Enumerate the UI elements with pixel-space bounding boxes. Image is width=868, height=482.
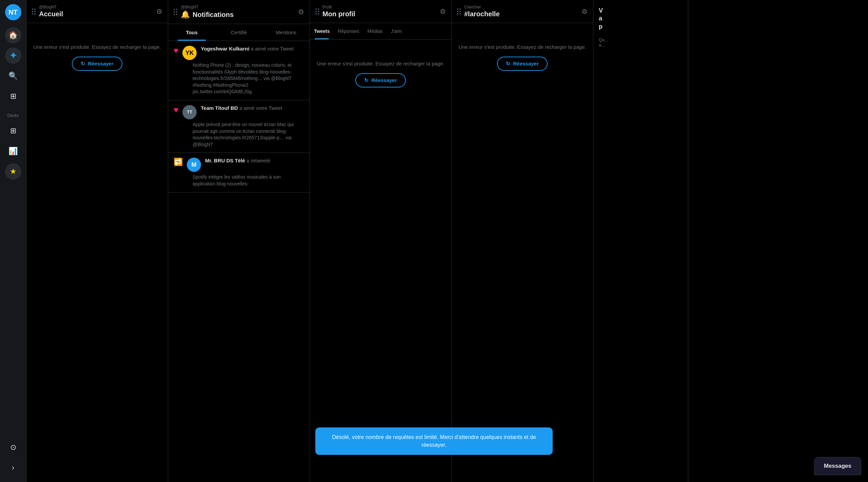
profile-column-header: Profil Mon profil ⚙: [310, 0, 451, 23]
search-account: Chercher: [464, 5, 581, 9]
home-title: Accueil: [39, 10, 156, 18]
notifications-header-info: @BlogNT 🔔 Notifications: [181, 5, 298, 19]
notif-item-2[interactable]: ♥ TT Team Titouf BD a aimé votre Tweet A…: [168, 100, 310, 153]
search-drag-handle[interactable]: [457, 8, 461, 15]
home-retry-icon: ↻: [81, 61, 85, 67]
notif-text-1: Yogeshwar Kulkarni a aimé votre Tweet: [201, 46, 294, 52]
notif-name-3: Mr. BRU DS Télé: [205, 158, 246, 163]
retweet-icon-3: 🔁: [174, 158, 183, 166]
profile-header-info: Profil Mon profil: [322, 5, 440, 18]
home-settings-icon[interactable]: ⚙: [156, 7, 162, 16]
notif-header-3: 🔁 M Mr. BRU DS Télé a retweeté: [174, 158, 304, 172]
notif-action-3: a retweeté: [246, 158, 270, 163]
notif-item-3[interactable]: 🔁 M Mr. BRU DS Télé a retweeté Spotify i…: [168, 153, 310, 192]
partial-column: Vap Qu...a...: [593, 0, 688, 482]
notif-action-1: a aimé votre Tweet: [251, 46, 294, 52]
star-icon[interactable]: ★: [5, 163, 21, 180]
home-drag-handle[interactable]: [32, 8, 36, 15]
notifications-settings-icon[interactable]: ⚙: [298, 8, 304, 16]
tab-medias[interactable]: Médias: [363, 23, 387, 39]
profile-column: Profil Mon profil ⚙ Tweets Réponses Médi…: [310, 0, 452, 482]
profile-retry-icon: ↻: [364, 77, 369, 83]
tab-tweets[interactable]: Tweets: [310, 23, 334, 39]
tab-reponses[interactable]: Réponses: [334, 23, 363, 39]
notifications-tabs: Tous Certifié Mentions: [168, 24, 310, 41]
tab-mentions[interactable]: Mentions: [262, 24, 310, 41]
profile-error-state: Une erreur s'est produite. Essayez de re…: [310, 40, 451, 108]
toast-notification: Désolé, votre nombre de requêtes est lim…: [315, 427, 553, 455]
notifications-title: 🔔 Notifications: [181, 10, 298, 19]
notifications-body: ♥ YK Yogeshwar Kulkarni a aimé votre Twe…: [168, 41, 310, 482]
home-column: @BlogNT Accueil ⚙ Une erreur s'est produ…: [26, 0, 168, 482]
notif-name-1: Yogeshwar Kulkarni: [201, 46, 251, 52]
search-body: Une erreur s'est produite. Essayez de re…: [452, 23, 593, 482]
notif-header-2: ♥ TT Team Titouf BD a aimé votre Tweet: [174, 105, 304, 119]
notifications-column: @BlogNT 🔔 Notifications ⚙ Tous Certifié …: [168, 0, 310, 482]
explore-icon[interactable]: ✦: [5, 47, 21, 64]
home-account: @BlogNT: [39, 5, 156, 9]
notif-content-1: Nothing Phone (2) : design, nouveau colo…: [193, 62, 304, 95]
notif-item-1[interactable]: ♥ YK Yogeshwar Kulkarni a aimé votre Twe…: [168, 41, 310, 100]
home-body: Une erreur s'est produite. Essayez de re…: [26, 23, 168, 482]
messages-sidebar-icon[interactable]: ⊙: [5, 439, 21, 456]
bell-icon: 🔔: [181, 10, 190, 19]
avatar-titouf: TT: [182, 105, 197, 119]
search-error-state: Une erreur s'est produite. Essayez de re…: [452, 23, 593, 91]
columns-container: @BlogNT Accueil ⚙ Une erreur s'est produ…: [26, 0, 868, 482]
home-error-state: Une erreur s'est produite. Essayez de re…: [26, 23, 168, 91]
search-column-header: Chercher #larochelle ⚙: [452, 0, 593, 23]
partial-sub: Qu...a...: [593, 37, 688, 47]
profile-error-text: Une erreur s'est produite. Essayez de re…: [317, 60, 444, 68]
home-retry-button[interactable]: ↻ Réessayer: [72, 57, 122, 71]
search-settings-icon[interactable]: ⚙: [581, 7, 588, 16]
search-retry-label: Réessayer: [513, 61, 538, 66]
search-error-text: Une erreur s'est produite. Essayez de re…: [458, 43, 586, 51]
notif-text-3: Mr. BRU DS Télé a retweeté: [205, 158, 270, 164]
search-title: #larochelle: [464, 10, 581, 18]
compose-icon[interactable]: ⊞: [5, 88, 21, 104]
decks-label: Decks: [7, 113, 19, 118]
notifications-account: @BlogNT: [181, 5, 298, 9]
add-deck-icon[interactable]: ⊞: [5, 123, 21, 139]
notif-name-2: Team Titouf BD: [201, 105, 239, 111]
messages-button[interactable]: Messages: [814, 457, 861, 475]
home-header-info: @BlogNT Accueil: [39, 5, 156, 18]
partial-text: Vap: [593, 0, 688, 37]
profile-settings-icon[interactable]: ⚙: [440, 7, 446, 16]
tab-tous[interactable]: Tous: [168, 24, 215, 41]
notifications-column-header: @BlogNT 🔔 Notifications ⚙: [168, 0, 310, 24]
profile-retry-label: Réessayer: [371, 77, 397, 83]
notif-content-2: Apple prévoit peut-être un nouvel écran …: [193, 121, 304, 148]
messages-label: Messages: [824, 463, 851, 469]
home-icon[interactable]: 🏠: [5, 27, 21, 43]
app-logo[interactable]: NT: [5, 4, 21, 20]
home-retry-label: Réessayer: [88, 61, 113, 66]
profile-drag-handle[interactable]: [315, 8, 319, 15]
heart-icon-2: ♥: [174, 105, 178, 115]
search-column: Chercher #larochelle ⚙ Une erreur s'est …: [452, 0, 593, 482]
avatar-mr-bru: M: [187, 158, 201, 172]
search-header-info: Chercher #larochelle: [464, 5, 581, 18]
expand-sidebar-icon[interactable]: ›: [5, 460, 21, 476]
profile-tabs: Tweets Réponses Médias J'aim: [310, 23, 451, 40]
toast-text: Désolé, votre nombre de requêtes est lim…: [332, 434, 536, 447]
tab-jaim[interactable]: J'aim: [387, 23, 406, 39]
heart-icon-1: ♥: [174, 46, 178, 55]
notifications-drag-handle[interactable]: [174, 9, 177, 15]
notif-action-2: a aimé votre Tweet: [239, 105, 282, 111]
search-icon[interactable]: 🔍: [5, 68, 21, 84]
search-retry-icon: ↻: [506, 61, 510, 67]
avatar-yogeshwar: YK: [182, 46, 197, 60]
profile-title: Mon profil: [322, 10, 440, 18]
search-retry-button[interactable]: ↻ Réessayer: [497, 57, 547, 71]
notif-content-3: Spotify intègre les vidéos musicales à s…: [193, 174, 304, 187]
sidebar: NT 🏠 ✦ 🔍 ⊞ Decks ⊞ 📊 ★ ⊙ ›: [0, 0, 26, 482]
notif-text-2: Team Titouf BD a aimé votre Tweet: [201, 105, 282, 111]
tab-certifie[interactable]: Certifié: [215, 24, 262, 41]
profile-account: Profil: [322, 5, 440, 9]
profile-retry-button[interactable]: ↻ Réessayer: [355, 73, 406, 87]
profile-body: Une erreur s'est produite. Essayez de re…: [310, 40, 451, 482]
home-error-text: Une erreur s'est produite. Essayez de re…: [33, 43, 161, 51]
chart-icon[interactable]: 📊: [5, 143, 21, 159]
home-column-header: @BlogNT Accueil ⚙: [26, 0, 168, 23]
